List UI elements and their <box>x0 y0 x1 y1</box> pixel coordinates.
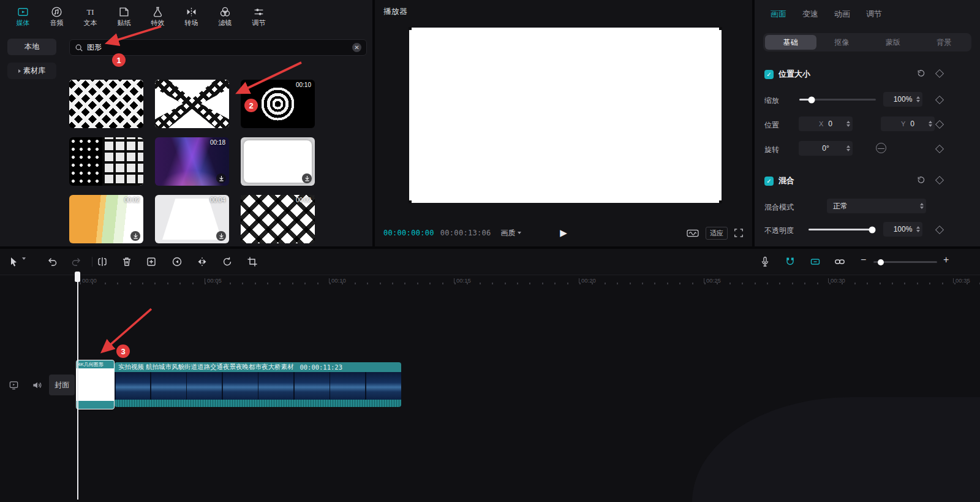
media-item-dot-grid[interactable] <box>69 137 143 186</box>
download-icon[interactable] <box>130 231 140 241</box>
redo-icon[interactable] <box>71 256 82 267</box>
resize-handle[interactable] <box>719 200 722 203</box>
render-preview-icon[interactable] <box>686 228 699 238</box>
track-monitor-icon[interactable] <box>9 380 19 390</box>
opacity-slider[interactable] <box>809 229 875 230</box>
media-item-plaid-pattern[interactable]: 00:02 <box>241 195 315 243</box>
blend-mode-select[interactable]: 正常 <box>827 199 926 213</box>
stepper[interactable] <box>929 116 932 131</box>
rotate-icon[interactable] <box>222 256 233 267</box>
delete-icon[interactable] <box>121 256 132 267</box>
clear-search-icon[interactable]: ✕ <box>352 43 361 52</box>
stepper[interactable] <box>916 92 920 107</box>
zoom-in-icon[interactable]: + <box>943 254 949 265</box>
timeline-clip-geometry[interactable]: 4K几何图形 <box>76 360 115 409</box>
stepper[interactable] <box>916 222 920 237</box>
nav-item-sticker[interactable]: 贴纸 <box>107 2 141 29</box>
mirror-icon[interactable] <box>197 256 208 267</box>
crop-icon[interactable] <box>247 256 258 267</box>
stepper[interactable] <box>920 199 924 213</box>
nav-item-filter[interactable]: 滤镜 <box>208 2 242 29</box>
nav-item-media[interactable]: 媒体 <box>6 2 40 29</box>
auto-snap-icon[interactable] <box>810 256 821 267</box>
stepper[interactable] <box>846 116 850 131</box>
timeline-zoom-slider[interactable] <box>873 261 937 263</box>
blend-checkbox[interactable]: ✓ <box>764 177 774 186</box>
keyframe-icon[interactable] <box>935 120 944 129</box>
keyframe-icon[interactable] <box>935 226 944 234</box>
download-icon[interactable] <box>302 173 312 183</box>
zoom-slider-thumb[interactable] <box>878 259 884 265</box>
tab-adjust[interactable]: 调节 <box>866 9 882 20</box>
opacity-slider-thumb[interactable] <box>869 226 875 233</box>
keyframe-icon[interactable] <box>935 176 944 184</box>
keyframe-icon[interactable] <box>935 69 944 78</box>
media-item-x-lattice[interactable] <box>155 80 229 128</box>
fullscreen-icon[interactable] <box>734 228 744 238</box>
opacity-value[interactable]: 100% <box>883 222 922 237</box>
media-item-white-trapezoid[interactable]: 00:04 <box>155 195 229 243</box>
undo-icon[interactable] <box>47 256 58 267</box>
transition-icon <box>186 6 197 18</box>
fit-button[interactable]: 适应 <box>706 227 728 240</box>
clip-filmstrip <box>115 372 401 400</box>
reset-icon[interactable] <box>916 175 925 184</box>
resize-handle[interactable] <box>409 200 412 203</box>
reset-icon[interactable] <box>916 69 925 78</box>
nav-item-effects[interactable]: 特效 <box>141 2 175 29</box>
position-y-field[interactable]: Y 0 <box>881 116 935 131</box>
timeline-toolbar: − + <box>0 249 980 275</box>
rotation-dial[interactable] <box>876 143 886 153</box>
nav-item-text[interactable]: TI 文本 <box>74 2 107 29</box>
nav-item-adjust[interactable]: 调节 <box>242 2 276 29</box>
subtab-keying[interactable]: 抠像 <box>816 35 868 50</box>
scale-slider-thumb[interactable] <box>809 96 815 103</box>
position-x-field[interactable]: X 0 <box>799 116 853 131</box>
scale-slider[interactable] <box>799 99 876 101</box>
download-icon[interactable] <box>216 231 226 241</box>
media-item-diagonal-lattice[interactable] <box>69 80 143 128</box>
tab-speed[interactable]: 变速 <box>802 9 818 20</box>
download-icon[interactable] <box>216 173 226 183</box>
media-item-concentric-circles[interactable]: 00:10 <box>241 80 315 128</box>
nav-item-transition[interactable]: 转场 <box>175 2 208 29</box>
play-button[interactable]: ▶ <box>560 227 567 238</box>
subtab-background[interactable]: 背景 <box>919 35 970 50</box>
resize-handle[interactable] <box>719 27 722 30</box>
media-item-stage-lights[interactable]: 00:18 <box>155 137 229 186</box>
reverse-icon[interactable] <box>172 256 183 267</box>
preview-canvas[interactable] <box>409 28 722 203</box>
media-item-color-blocks[interactable]: 00:02 <box>69 195 143 243</box>
cover-button[interactable]: 封面 <box>49 375 75 395</box>
freeze-frame-icon[interactable] <box>146 256 157 267</box>
media-item-white-rounded-rect[interactable] <box>241 137 315 186</box>
search-input[interactable]: 图形 ✕ <box>69 39 367 56</box>
select-tool-caret-icon[interactable] <box>22 260 26 271</box>
keyframe-icon[interactable] <box>935 145 944 153</box>
keyframe-icon[interactable] <box>935 96 944 104</box>
main-track-magnet-icon[interactable] <box>785 256 796 267</box>
select-tool-icon[interactable] <box>9 256 20 267</box>
subtab-mask[interactable]: 蒙版 <box>867 35 919 50</box>
tab-picture[interactable]: 画面 <box>771 9 786 20</box>
timeline-clip-video[interactable]: 实拍视频 航拍城市风貌街道道路交通夜景夜晚都市夜大桥素材 00:00:11:23 <box>115 362 401 407</box>
rotation-field[interactable]: 0° <box>799 141 853 156</box>
timeline-ruler[interactable]: 00:00 00:05 00:10 00:15 00:20 00:25 00:3… <box>0 275 980 287</box>
sidebar-item-library[interactable]: 素材库 <box>7 63 56 79</box>
record-voice-icon[interactable] <box>760 256 771 267</box>
resize-handle[interactable] <box>409 27 412 30</box>
quality-dropdown[interactable]: 画质 <box>501 228 521 238</box>
scale-value[interactable]: 100% <box>883 92 922 107</box>
linkage-icon[interactable] <box>834 256 845 267</box>
subtab-basic[interactable]: 基础 <box>765 35 816 50</box>
sidebar-item-local[interactable]: 本地 <box>7 39 56 55</box>
nav-item-audio[interactable]: 音频 <box>40 2 74 29</box>
playhead-handle[interactable] <box>75 272 80 282</box>
position-size-checkbox[interactable]: ✓ <box>764 70 774 79</box>
playhead[interactable] <box>77 272 78 500</box>
split-icon[interactable] <box>97 256 108 267</box>
mute-track-icon[interactable] <box>32 380 42 390</box>
zoom-out-icon[interactable]: − <box>861 254 866 265</box>
stepper[interactable] <box>846 141 850 156</box>
tab-animation[interactable]: 动画 <box>834 9 850 20</box>
